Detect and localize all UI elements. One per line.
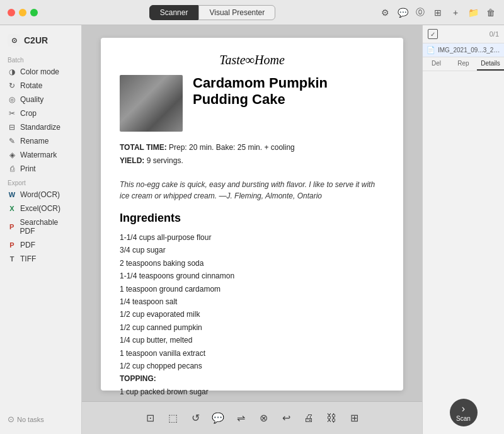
ingredient-item: 1/4 cup butter, melted [120,334,384,346]
excel-icon: X [8,204,16,213]
ingredients-title: Ingredients [120,212,384,225]
rotate-tool-button[interactable]: ↺ [186,409,204,427]
sidebar-item-label: Standardize [20,123,60,132]
grid-view-button[interactable]: ⊞ [345,409,363,427]
ban-tool-button[interactable]: ⊗ [255,409,272,427]
sidebar-item-print[interactable]: ⎙ Print [0,162,81,176]
undo-button[interactable]: ↩ [277,409,295,427]
add-icon[interactable]: + [450,7,461,18]
sidebar-item-standardize[interactable]: ⊟ Standardize [0,120,81,134]
del-tab[interactable]: Del [423,57,450,71]
titlebar-actions: ⚙ 💬 ⓪ ⊞ + 📁 🗑 [379,7,496,18]
recipe-title-section: Cardamom Pumpkin Pudding Cake [193,75,384,132]
right-panel: ✓ 0/1 📄 IMG_2021_09...3_22_038.jpg Del R… [422,25,504,434]
total-time-label: TOTAL TIME: [120,143,167,152]
details-tab[interactable]: Details [477,57,504,71]
sidebar: ⊙ C2UR Batch ◑ Color mode ↻ Rotate ◎ Qua… [0,25,82,434]
sidebar-item-label: Searchable PDF [20,218,74,236]
select-tool-button[interactable]: ⊡ [141,409,159,427]
sidebar-item-quality[interactable]: ◎ Quality [0,93,81,106]
maximize-button[interactable] [30,9,38,16]
bottom-toolbar: ⊡ ⬚ ↺ 💬 ⇌ ⊗ ↩ 🖨 ⛓ ⊞ [82,401,422,434]
link-button[interactable]: ⛓ [323,409,340,427]
sidebar-item-searchable-pdf[interactable]: P Searchable PDF [0,215,81,238]
help-icon[interactable]: ⓪ [415,7,426,18]
scan-arrow-icon: › [462,404,465,414]
ingredient-item: 1-1/4 teaspoons ground cinnamon [120,270,384,282]
scan-label: Scan [456,415,471,422]
sidebar-item-word-ocr[interactable]: W Word(OCR) [0,188,81,202]
ingredient-item: 2 teaspoons baking soda [120,257,384,270]
gear-icon[interactable]: ⚙ [379,7,391,18]
sidebar-item-colormode[interactable]: ◑ Color mode [0,65,81,79]
ingredient-item: TOPPING: [120,372,384,385]
ingredient-item: 1/2 cup chopped pecans [120,360,384,372]
sidebar-item-pdf[interactable]: P PDF [0,238,81,252]
sidebar-item-rotate[interactable]: ↻ Rotate [0,79,81,93]
sidebar-logo: ⊙ C2UR [0,30,81,53]
recipe-image-placeholder [120,75,183,132]
crop-rect-button[interactable]: ⬚ [164,409,181,427]
ingredient-item: 1 teaspoon ground cardamom [120,283,384,295]
minimize-button[interactable] [19,9,26,16]
scanner-tab[interactable]: Scanner [149,5,199,20]
trash-icon[interactable]: 🗑 [485,7,496,18]
sidebar-item-rename[interactable]: ✎ Rename [0,134,81,148]
ingredient-item: 1/2 cup evaporated milk [120,308,384,321]
file-name: IMG_2021_09...3_22_038.jpg [438,47,500,54]
batch-section-label: Batch [0,53,81,65]
titlebar-tabs: Scanner Visual Presenter [45,5,379,20]
rep-tab[interactable]: Rep [450,57,477,71]
sidebar-item-label: Word(OCR) [20,190,60,199]
traffic-lights [8,9,38,16]
document-area: Taste∞Home Cardamom Pumpkin Pudding Cake… [82,25,422,401]
visual-presenter-tab[interactable]: Visual Presenter [198,5,275,20]
folder-icon[interactable]: 📁 [467,7,479,18]
ingredient-item: 1 cup packed brown sugar [120,385,384,398]
sidebar-item-label: Quality [20,95,43,104]
rename-icon: ✎ [8,137,16,146]
right-panel-count: 0/1 [490,30,499,38]
sidebar-item-label: TIFF [20,254,36,263]
logo-icon: ⊙ [8,34,20,47]
recipe-description: This no-egg cake is quick, easy and burs… [120,173,384,202]
pdf-icon: P [8,241,16,249]
arrows-tool-button[interactable]: ⇌ [232,409,249,427]
sidebar-item-tiff[interactable]: T TIFF [0,252,81,266]
speech-bubble-icon[interactable]: 💬 [397,7,408,18]
right-panel-header: ✓ 0/1 [423,25,504,43]
rotate-icon: ↻ [8,81,16,90]
speech-tool-button[interactable]: 💬 [209,409,227,427]
sidebar-item-label: PDF [20,241,35,249]
export-section-label: Export [0,176,81,188]
word-icon: W [8,190,16,199]
document-card: Taste∞Home Cardamom Pumpkin Pudding Cake… [101,38,403,391]
sidebar-item-label: Crop [20,109,37,118]
checkbox-icon[interactable]: ✓ [428,29,438,39]
no-tasks-label: No tasks [17,416,44,423]
main-area: ⊙ C2UR Batch ◑ Color mode ↻ Rotate ◎ Qua… [0,25,504,434]
grid-icon[interactable]: ⊞ [432,7,444,18]
sidebar-item-excel-ocr[interactable]: X Excel(OCR) [0,202,81,215]
ingredient-item: 1/2 cup canned pumpkin [120,321,384,334]
no-tasks-status: ⊙ No tasks [0,409,81,429]
right-panel-icons: ✓ [428,29,438,39]
print-button[interactable]: 🖨 [300,409,318,427]
total-time-value: Prep: 20 min. Bake: 25 min. + cooling [169,143,295,152]
sidebar-item-label: Rotate [20,81,42,90]
center-content: Taste∞Home Cardamom Pumpkin Pudding Cake… [82,25,422,434]
ingredient-item: 1/4 teaspoon salt [120,295,384,308]
sidebar-item-label: Color mode [20,67,59,76]
logo-text: C2UR [24,35,48,45]
titlebar: Scanner Visual Presenter ⚙ 💬 ⓪ ⊞ + 📁 🗑 [0,0,504,25]
print-icon: ⎙ [8,164,16,173]
ingredients-section: Ingredients 1-1/4 cups all-purpose flour… [120,212,384,401]
crop-icon: ✂ [8,109,16,118]
sidebar-item-crop[interactable]: ✂ Crop [0,106,81,120]
close-button[interactable] [8,9,15,16]
standardize-icon: ⊟ [8,123,16,132]
ingredient-item: 1 teaspoon vanilla extract [120,347,384,360]
yield-value: 9 servings. [147,156,183,165]
sidebar-item-watermark[interactable]: ◈ Watermark [0,148,81,162]
scan-button[interactable]: › Scan [450,399,478,426]
